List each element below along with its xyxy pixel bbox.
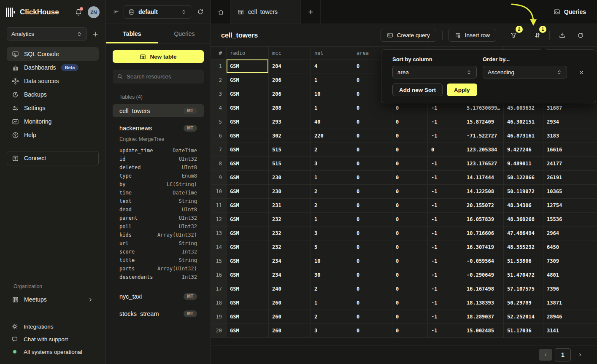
table-cell[interactable]: 16.307419 [463,240,504,254]
table-cell[interactable]: 302 [269,129,311,143]
current-page[interactable]: 1 [555,348,571,361]
table-cell[interactable]: 6450 [543,240,597,254]
table-cell[interactable]: -1 [428,254,463,268]
table-cell[interactable]: GSM [227,143,269,157]
sort-order-select[interactable]: Ascending [483,66,567,78]
table-cell[interactable]: 5 [311,240,353,254]
table-cell[interactable]: 0 [353,171,392,185]
table-cell[interactable]: GSM [227,226,269,240]
refresh-button[interactable] [574,29,587,42]
table-cell[interactable]: 2 [311,143,353,157]
apply-sort-button[interactable]: Apply [447,84,477,96]
table-cell[interactable]: 46.873161 [504,129,543,143]
table-cell[interactable]: GSM [227,171,269,185]
table-cell[interactable]: 0 [428,143,463,157]
table-cell[interactable]: 0 [392,157,428,171]
table-cell[interactable]: 208 [269,101,311,115]
table-cell[interactable]: GSM [227,157,269,171]
table-cell[interactable]: 3 [311,157,353,171]
table-cell[interactable]: -1 [428,310,463,324]
table-cell[interactable]: 0 [392,213,428,226]
sidebar-item-meetups[interactable]: Meetups [7,293,99,306]
table-cell[interactable]: 9.489011 [504,157,543,171]
table-cell[interactable]: -1 [428,213,463,226]
column-header[interactable]: # [211,47,227,59]
table-cell[interactable]: 240 [269,282,311,296]
table-cell[interactable]: 0 [392,143,428,157]
database-select[interactable]: default [124,5,191,19]
table-cell[interactable]: 48.360268 [504,213,543,226]
table-cell[interactable]: 16616 [543,143,597,157]
table-cell[interactable]: -1 [428,324,463,338]
table-cell[interactable]: 13871 [543,296,597,310]
next-page-button[interactable] [574,349,586,361]
table-cell[interactable]: GSM [227,59,269,73]
table-cell[interactable]: 231 [269,199,311,213]
sidebar-item-backups[interactable]: Backups [7,88,99,101]
footer-item-chat-with-support[interactable]: Chat with support [7,333,99,345]
table-cell[interactable]: 234 [269,254,311,268]
table-cell[interactable]: -1 [428,199,463,213]
column-header[interactable]: net [311,47,353,59]
table-cell[interactable]: 0 [353,282,392,296]
table-cell[interactable]: 0 [353,296,392,310]
table-item-cell-towers[interactable]: cell_towersMT [113,104,204,117]
table-cell[interactable]: GSM [227,254,269,268]
table-cell[interactable]: 1 [311,73,353,87]
table-item-stocks-stream[interactable]: stocks_streamMT [113,307,204,320]
connect-button[interactable]: Connect [7,151,99,165]
table-cell[interactable]: GSM [227,129,269,143]
table-cell[interactable]: 40 [311,115,353,129]
table-cell[interactable]: 2 [311,282,353,296]
table-cell[interactable]: -0.059564 [463,254,504,268]
table-cell[interactable]: 220 [311,129,353,143]
table-cell[interactable]: 48.34306 [504,199,543,213]
table-cell[interactable]: 16.057839 [463,213,504,226]
table-cell[interactable]: 0 [353,213,392,226]
insert-row-button[interactable]: Insert row [448,29,496,42]
table-cell[interactable]: -1 [428,268,463,282]
table-cell[interactable]: -1 [428,171,463,185]
table-cell[interactable]: 18.138393 [463,296,504,310]
sidebar-item-settings[interactable]: Settings [7,101,99,115]
table-cell[interactable]: GSM [227,101,269,115]
download-button[interactable] [556,29,568,42]
sidebar-item-monitoring[interactable]: Monitoring [7,115,99,128]
table-cell[interactable]: 18.289037 [463,310,504,324]
table-cell[interactable]: 230 [269,185,311,199]
table-cell[interactable]: 232 [269,226,311,240]
table-cell[interactable]: -1 [428,115,463,129]
table-cell[interactable]: 16.167498 [463,282,504,296]
table-cell[interactable]: GSM [227,282,269,296]
table-cell[interactable]: 47.486494 [504,226,543,240]
table-cell[interactable]: -1 [428,240,463,254]
prev-page-button[interactable] [539,349,552,361]
table-cell[interactable]: 1 [311,296,353,310]
table-cell[interactable]: 4801 [543,268,597,282]
brand[interactable]: ClickHouse [6,8,59,17]
tab-home[interactable] [211,0,231,24]
table-item-nyc-taxi[interactable]: nyc_taxiMT [113,290,204,303]
table-cell[interactable]: GSM [227,87,269,101]
table-cell[interactable]: 0 [353,199,392,213]
new-tab-button[interactable] [301,0,321,24]
avatar[interactable]: ZN [88,6,100,18]
table-cell[interactable]: GSM [227,185,269,199]
table-cell[interactable]: 3141 [543,324,597,338]
table-cell[interactable]: 2 [311,199,353,213]
table-cell[interactable]: GSM [227,268,269,282]
table-cell[interactable]: 2 [311,185,353,199]
table-cell[interactable]: 0 [392,268,428,282]
sort-column-select[interactable]: area [392,66,477,78]
table-cell[interactable]: 10 [311,87,353,101]
table-cell[interactable]: 0 [353,254,392,268]
footer-item-integrations[interactable]: Integrations [7,320,99,333]
table-cell[interactable]: 0 [392,185,428,199]
collapse-sidebar-icon[interactable] [113,8,119,15]
table-cell[interactable]: 7396 [543,282,597,296]
table-cell[interactable]: 0 [353,185,392,199]
table-cell[interactable]: 3 [311,226,353,240]
table-cell[interactable]: 234 [269,268,311,282]
search-input[interactable] [127,73,200,80]
table-cell[interactable]: GSM [227,310,269,324]
